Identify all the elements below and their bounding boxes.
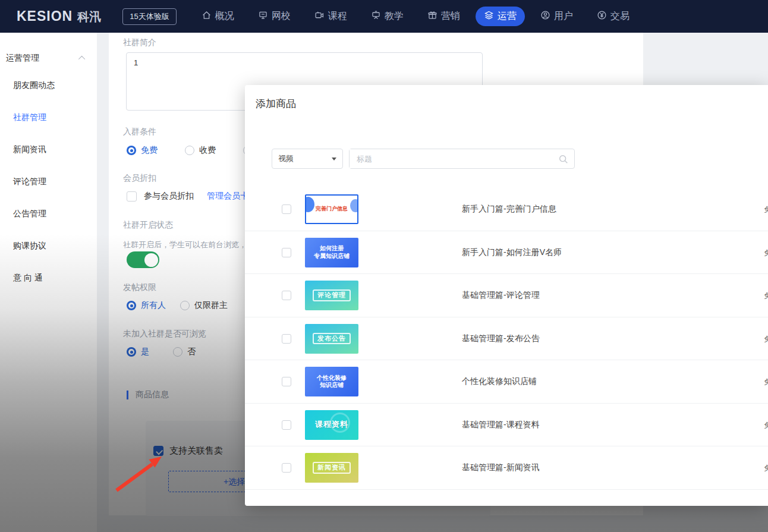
sidebar-item-moments[interactable]: 朋友圈动态 xyxy=(0,70,97,102)
sidebar-item-news[interactable]: 新闻资讯 xyxy=(0,134,97,166)
caret-down-icon xyxy=(332,158,336,160)
product-price: 免费 xyxy=(764,248,768,259)
linked-sale-label[interactable]: 支持关联售卖 xyxy=(169,445,223,457)
nav-item-label: 交易 xyxy=(610,10,629,23)
nav-item-marketing[interactable]: 营销 xyxy=(419,7,468,26)
product-title: 新手入门篇-如何注册V名师 xyxy=(462,247,562,258)
product-list: 完善门户信息 新手入门篇-完善门户信息 免费 如何注册 专属知识店铺 新手入门篇… xyxy=(245,188,768,490)
open-status-toggle[interactable] xyxy=(127,251,159,268)
row-checkbox[interactable] xyxy=(282,420,291,430)
transactions-icon xyxy=(597,10,607,23)
thumb-caption: 新闻资讯 xyxy=(313,462,351,474)
radio-yes[interactable] xyxy=(127,347,136,357)
manage-member-card-link[interactable]: 管理会员卡 xyxy=(207,191,248,202)
type-filter-select[interactable]: 视频 xyxy=(272,149,343,169)
nav-item-label: 网校 xyxy=(272,10,291,23)
nav-item-label: 营销 xyxy=(441,10,460,23)
linked-sale-row: 支持关联售卖 xyxy=(153,445,223,457)
search-box xyxy=(349,149,575,169)
search-icon[interactable] xyxy=(558,154,569,167)
row-checkbox[interactable] xyxy=(282,204,291,214)
product-row[interactable]: 个性化装修 知识店铺 个性化装修知识店铺 免费 xyxy=(245,360,768,404)
nav-item-overview[interactable]: 概况 xyxy=(193,7,243,26)
title-search-input[interactable] xyxy=(350,149,552,168)
sidebar-item-announcements[interactable]: 公告管理 xyxy=(0,198,97,230)
product-title: 基础管理篇-课程资料 xyxy=(462,420,540,430)
row-checkbox[interactable] xyxy=(282,463,291,473)
product-title: 新手入门篇-完善门户信息 xyxy=(462,204,556,215)
chevron-up-icon xyxy=(78,56,85,62)
product-price: 免费 xyxy=(764,377,768,388)
product-row[interactable]: 如何注册 专属知识店铺 新手入门篇-如何注册V名师 免费 xyxy=(245,231,768,275)
post-permission-label: 发帖权限 xyxy=(123,282,156,293)
linked-sale-checkbox[interactable] xyxy=(153,446,163,456)
nav-item-teaching[interactable]: 教学 xyxy=(363,7,412,26)
row-checkbox[interactable] xyxy=(282,377,291,386)
intro-label: 社群简介 xyxy=(123,37,156,48)
nav-item-school[interactable]: 网校 xyxy=(250,7,299,26)
radio-free-label[interactable]: 免费 xyxy=(141,145,158,156)
product-row[interactable]: 新闻资讯 基础管理篇-新闻资讯 免费 xyxy=(245,446,768,490)
video-thumbnail: 如何注册 专属知识店铺 xyxy=(305,238,358,267)
product-title: 基础管理篇-发布公告 xyxy=(462,333,540,344)
thumb-caption: 发布公告 xyxy=(313,333,351,345)
browse-permission-radios: 是 否 xyxy=(127,347,196,357)
browse-permission-label: 未加入社群是否可浏览 xyxy=(123,329,206,339)
radio-paid[interactable] xyxy=(185,146,194,155)
member-discount-row: 参与会员折扣 管理会员卡 xyxy=(127,191,248,202)
nav-item-label: 教学 xyxy=(385,10,404,23)
nav-item-transactions[interactable]: 交易 xyxy=(588,7,638,26)
row-checkbox[interactable] xyxy=(282,334,291,344)
video-thumbnail: 课程资料 xyxy=(305,410,358,440)
sidebar-group-label: 运营管理 xyxy=(6,53,39,64)
nav-item-courses[interactable]: 课程 xyxy=(306,7,355,26)
nav-item-label: 课程 xyxy=(328,10,347,23)
radio-everyone-label[interactable]: 所有人 xyxy=(141,300,166,311)
course-icon xyxy=(314,10,325,23)
app-logo[interactable]: KESION 科汛 xyxy=(17,8,101,25)
video-thumbnail: 个性化装修 知识店铺 xyxy=(305,367,358,396)
radio-paid-label[interactable]: 收费 xyxy=(199,145,216,156)
post-permission-radios: 所有人 仅限群主 xyxy=(127,300,228,311)
radio-no[interactable] xyxy=(173,347,182,357)
join-condition-radios: 免费 收费 xyxy=(127,145,253,156)
modal-title: 添加商品 xyxy=(256,97,296,111)
thumb-caption: 知识店铺 xyxy=(320,382,344,389)
operations-icon xyxy=(484,10,494,23)
product-row[interactable]: 评论管理 基础管理篇-评论管理 免费 xyxy=(245,274,768,317)
radio-owner-only[interactable] xyxy=(180,301,190,310)
thumb-caption: 专属知识店铺 xyxy=(314,253,350,260)
discount-checkbox[interactable] xyxy=(127,191,137,202)
video-thumbnail: 评论管理 xyxy=(305,281,358,310)
sidebar-group-operations[interactable]: 运营管理 xyxy=(0,33,97,70)
open-status-label: 社群开启状态 xyxy=(123,220,173,231)
radio-owner-only-label[interactable]: 仅限群主 xyxy=(194,300,228,311)
home-icon xyxy=(202,10,212,23)
top-navbar: KESION 科汛 15天体验版 概况 网校 课程 教学 营销 运营 xyxy=(0,0,768,33)
nav-item-operations[interactable]: 运营 xyxy=(476,7,525,26)
product-row[interactable]: 课程资料 基础管理篇-课程资料 免费 xyxy=(245,404,768,447)
logo-text-en: KESION xyxy=(17,8,73,24)
product-title: 基础管理篇-新闻资讯 xyxy=(462,462,540,473)
product-title: 基础管理篇-评论管理 xyxy=(462,290,540,301)
product-row[interactable]: 完善门户信息 新手入门篇-完善门户信息 免费 xyxy=(245,188,768,231)
logo-text-cn: 科汛 xyxy=(77,9,101,25)
sidebar-item-comments[interactable]: 评论管理 xyxy=(0,166,97,198)
radio-free[interactable] xyxy=(127,146,136,155)
discount-checkbox-label[interactable]: 参与会员折扣 xyxy=(144,191,194,202)
sidebar-item-intent[interactable]: 意 向 通 xyxy=(0,262,97,294)
radio-everyone[interactable] xyxy=(127,301,136,310)
sidebar-item-community[interactable]: 社群管理 xyxy=(0,102,97,134)
product-row[interactable]: 发布公告 基础管理篇-发布公告 免费 xyxy=(245,317,768,361)
nav-item-users[interactable]: 用户 xyxy=(532,7,581,26)
row-checkbox[interactable] xyxy=(282,291,291,300)
join-condition-label: 入群条件 xyxy=(123,127,156,137)
radio-yes-label[interactable]: 是 xyxy=(141,347,149,357)
thumb-decoration xyxy=(305,197,314,212)
sidebar: 运营管理 朋友圈动态 社群管理 新闻资讯 评论管理 公告管理 购课协议 意 向 … xyxy=(0,33,97,532)
thumb-caption: 个性化装修 xyxy=(317,374,347,382)
sidebar-item-purchase-agreement[interactable]: 购课协议 xyxy=(0,230,97,262)
radio-no-label[interactable]: 否 xyxy=(187,347,196,357)
row-checkbox[interactable] xyxy=(282,248,291,257)
nav-item-label: 运营 xyxy=(498,10,517,23)
